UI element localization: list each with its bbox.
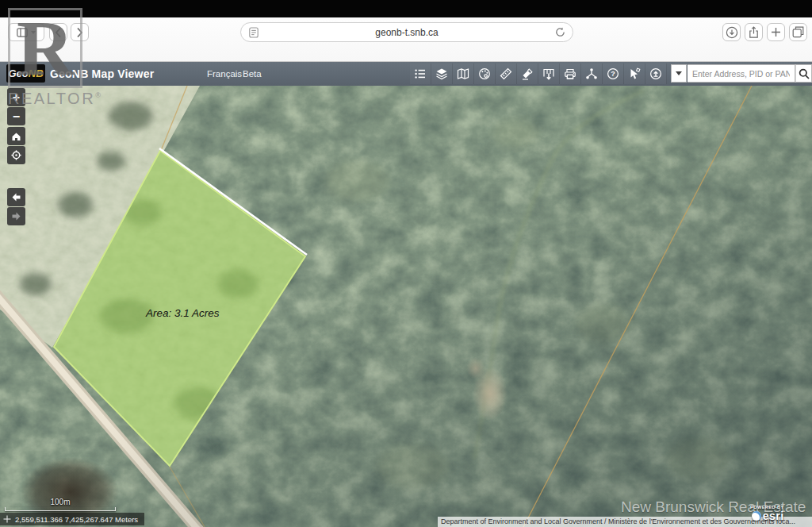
layers-icon bbox=[435, 67, 448, 80]
share-icon bbox=[748, 26, 760, 39]
scale-bar: 100m bbox=[5, 498, 116, 511]
overview-icon bbox=[649, 67, 662, 80]
app-header: GeoNB GeoNB Map Viewer Français Beta bbox=[0, 62, 812, 86]
share-nodes-icon bbox=[585, 67, 598, 80]
locate-icon bbox=[11, 150, 21, 160]
search-options-button[interactable] bbox=[671, 64, 687, 83]
help-icon: ? bbox=[607, 67, 619, 80]
browser-toolbar: geonb-t.snb.ca bbox=[0, 17, 812, 62]
page-settings-icon[interactable] bbox=[249, 27, 259, 38]
url-text: geonb-t.snb.ca bbox=[241, 27, 573, 38]
new-tab-button[interactable] bbox=[767, 23, 785, 41]
scale-line bbox=[5, 507, 116, 511]
extract-icon bbox=[542, 67, 555, 80]
browser-actions bbox=[722, 23, 807, 41]
previous-extent-button[interactable] bbox=[7, 188, 25, 206]
draw-icon bbox=[478, 67, 491, 80]
esri-globe-icon bbox=[752, 511, 761, 521]
link-francais[interactable]: Français bbox=[207, 69, 242, 79]
crosshair-icon bbox=[3, 515, 11, 523]
home-icon bbox=[11, 131, 21, 141]
realtor-r-letter: R bbox=[17, 12, 74, 85]
print-tool-button[interactable] bbox=[560, 63, 581, 84]
caret-down-icon bbox=[676, 71, 682, 75]
map-canvas[interactable] bbox=[0, 86, 812, 527]
downloads-button[interactable] bbox=[722, 23, 741, 41]
svg-text:?: ? bbox=[611, 70, 615, 78]
help-tool-button[interactable]: ? bbox=[603, 63, 624, 84]
legend-tool-button[interactable] bbox=[410, 63, 431, 84]
markup-tool-button[interactable] bbox=[517, 63, 538, 84]
locate-button[interactable] bbox=[7, 146, 25, 164]
realtor-watermark: R REALTOR® bbox=[8, 8, 101, 108]
map-toolbar: ? bbox=[410, 63, 667, 84]
draw-tool-button[interactable] bbox=[474, 63, 496, 84]
esri-wordmark: esri bbox=[763, 510, 784, 522]
basemap-icon bbox=[457, 67, 469, 80]
realtor-wordmark: REALTOR® bbox=[8, 90, 101, 108]
plus-icon bbox=[771, 27, 781, 37]
search-input[interactable] bbox=[688, 64, 795, 83]
esri-logo: POWERED BY esri bbox=[750, 505, 784, 522]
link-beta[interactable]: Beta bbox=[243, 69, 262, 79]
system-menubar bbox=[0, 0, 812, 17]
markup-icon bbox=[521, 67, 534, 80]
legend-icon bbox=[414, 67, 427, 80]
tab-overview-button[interactable] bbox=[789, 23, 807, 41]
coordinates-readout: 2,559,511.366 7,425,267.647 Meters bbox=[0, 513, 144, 525]
reload-icon[interactable] bbox=[555, 27, 565, 37]
select-icon bbox=[628, 67, 641, 80]
download-icon bbox=[726, 26, 738, 39]
url-bar[interactable]: geonb-t.snb.ca bbox=[240, 22, 573, 42]
next-extent-button[interactable] bbox=[7, 207, 25, 225]
print-icon bbox=[564, 67, 576, 80]
select-tool-button[interactable] bbox=[624, 63, 645, 84]
search-submit-button[interactable] bbox=[795, 64, 812, 83]
search-icon bbox=[799, 68, 810, 79]
overview-tool-button[interactable] bbox=[645, 63, 667, 84]
basemap-tool-button[interactable] bbox=[453, 63, 474, 84]
registered-mark: ® bbox=[95, 91, 101, 99]
measure-tool-button[interactable] bbox=[496, 63, 517, 84]
share-button[interactable] bbox=[745, 23, 763, 41]
home-extent-button[interactable] bbox=[7, 127, 25, 145]
share-map-button[interactable] bbox=[581, 63, 603, 84]
measure-icon bbox=[500, 67, 512, 80]
extract-tool-button[interactable] bbox=[538, 63, 560, 84]
arrow-right-icon bbox=[11, 211, 21, 221]
tabs-icon bbox=[792, 26, 804, 38]
realtor-logo-box: R bbox=[8, 8, 82, 88]
scale-label: 100m bbox=[5, 498, 116, 506]
coordinates-text: 2,559,511.366 7,425,267.647 Meters bbox=[15, 515, 138, 524]
layers-tool-button[interactable] bbox=[431, 63, 453, 84]
zoom-out-button[interactable]: − bbox=[7, 107, 25, 125]
map-container[interactable] bbox=[0, 86, 812, 527]
arrow-left-icon bbox=[11, 192, 21, 202]
parcel-area-label: Area: 3.1 Acres bbox=[146, 307, 220, 319]
screen: geonb-t.snb.ca bbox=[0, 0, 812, 527]
